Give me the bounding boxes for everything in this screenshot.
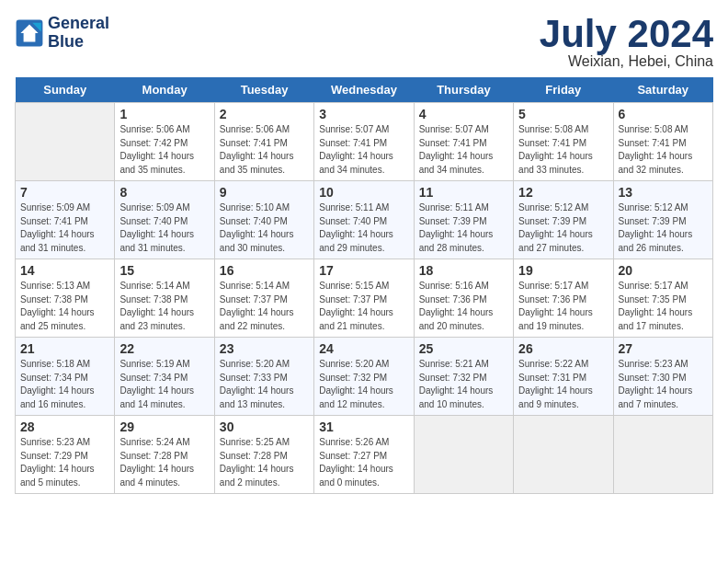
day-info: Sunrise: 5:13 AMSunset: 7:38 PMDaylight:… [20,280,109,333]
calendar-week-2: 7Sunrise: 5:09 AMSunset: 7:41 PMDaylight… [16,181,713,259]
calendar-week-3: 14Sunrise: 5:13 AMSunset: 7:38 PMDayligh… [16,259,713,338]
calendar-title: July 2024 [540,15,713,53]
day-number: 7 [20,185,109,200]
calendar-cell: 29Sunrise: 5:24 AMSunset: 7:28 PMDayligh… [115,416,214,494]
calendar-cell: 24Sunrise: 5:20 AMSunset: 7:32 PMDayligh… [314,338,414,416]
day-number: 13 [619,185,708,200]
day-info: Sunrise: 5:12 AMSunset: 7:39 PMDaylight:… [619,201,708,255]
day-info: Sunrise: 5:06 AMSunset: 7:41 PMDaylight:… [220,123,309,177]
day-info: Sunrise: 5:09 AMSunset: 7:40 PMDaylight:… [119,201,209,255]
calendar-cell: 25Sunrise: 5:21 AMSunset: 7:32 PMDayligh… [414,338,513,416]
calendar-cell: 8Sunrise: 5:09 AMSunset: 7:40 PMDaylight… [115,181,214,259]
day-number: 6 [619,107,708,121]
calendar-cell: 7Sunrise: 5:09 AMSunset: 7:41 PMDaylight… [16,181,115,259]
logo: General Blue [15,15,109,52]
calendar-cell: 2Sunrise: 5:06 AMSunset: 7:41 PMDaylight… [214,103,313,181]
day-info: Sunrise: 5:21 AMSunset: 7:32 PMDaylight:… [419,358,508,411]
calendar-cell: 18Sunrise: 5:16 AMSunset: 7:36 PMDayligh… [414,259,513,338]
calendar-cell: 15Sunrise: 5:14 AMSunset: 7:38 PMDayligh… [115,259,214,338]
header-day-monday: Monday [115,77,214,103]
calendar-cell [414,416,513,494]
calendar-header-row: SundayMondayTuesdayWednesdayThursdayFrid… [16,77,713,103]
header: General Blue July 2024 Weixian, Hebei, C… [15,15,713,70]
calendar-cell: 3Sunrise: 5:07 AMSunset: 7:41 PMDaylight… [314,103,414,181]
calendar-week-4: 21Sunrise: 5:18 AMSunset: 7:34 PMDayligh… [16,338,713,416]
calendar-cell: 12Sunrise: 5:12 AMSunset: 7:39 PMDayligh… [514,181,613,259]
day-info: Sunrise: 5:20 AMSunset: 7:32 PMDaylight:… [319,358,408,411]
day-info: Sunrise: 5:11 AMSunset: 7:39 PMDaylight:… [419,201,508,255]
day-number: 26 [518,341,608,356]
calendar-week-5: 28Sunrise: 5:23 AMSunset: 7:29 PMDayligh… [16,416,713,494]
day-number: 10 [319,185,408,200]
day-number: 22 [119,341,209,356]
day-info: Sunrise: 5:08 AMSunset: 7:41 PMDaylight:… [619,123,708,177]
day-info: Sunrise: 5:20 AMSunset: 7:33 PMDaylight:… [220,358,309,411]
day-number: 24 [319,341,408,356]
calendar-cell: 21Sunrise: 5:18 AMSunset: 7:34 PMDayligh… [16,338,115,416]
day-info: Sunrise: 5:22 AMSunset: 7:31 PMDaylight:… [518,358,608,411]
day-number: 29 [119,419,209,434]
day-info: Sunrise: 5:14 AMSunset: 7:37 PMDaylight:… [220,280,309,333]
day-number: 4 [419,107,508,121]
day-info: Sunrise: 5:18 AMSunset: 7:34 PMDaylight:… [20,358,109,411]
day-number: 19 [518,263,608,278]
calendar-cell: 17Sunrise: 5:15 AMSunset: 7:37 PMDayligh… [314,259,414,338]
header-day-sunday: Sunday [16,77,115,103]
day-info: Sunrise: 5:08 AMSunset: 7:41 PMDaylight:… [518,123,608,177]
calendar-cell: 5Sunrise: 5:08 AMSunset: 7:41 PMDaylight… [514,103,613,181]
day-number: 2 [220,107,309,121]
calendar-cell: 27Sunrise: 5:23 AMSunset: 7:30 PMDayligh… [613,338,712,416]
day-info: Sunrise: 5:23 AMSunset: 7:29 PMDaylight:… [20,436,109,489]
day-number: 30 [220,419,309,434]
day-info: Sunrise: 5:07 AMSunset: 7:41 PMDaylight:… [319,123,408,177]
day-number: 15 [119,263,209,278]
day-number: 28 [20,419,109,434]
header-day-thursday: Thursday [414,77,513,103]
day-number: 3 [319,107,408,121]
calendar-cell [613,416,712,494]
calendar-cell: 9Sunrise: 5:10 AMSunset: 7:40 PMDaylight… [214,181,313,259]
calendar-cell: 26Sunrise: 5:22 AMSunset: 7:31 PMDayligh… [514,338,613,416]
day-number: 21 [20,341,109,356]
calendar-cell: 13Sunrise: 5:12 AMSunset: 7:39 PMDayligh… [613,181,712,259]
calendar-cell: 23Sunrise: 5:20 AMSunset: 7:33 PMDayligh… [214,338,313,416]
calendar-cell: 10Sunrise: 5:11 AMSunset: 7:40 PMDayligh… [314,181,414,259]
day-info: Sunrise: 5:17 AMSunset: 7:36 PMDaylight:… [518,280,608,333]
day-number: 17 [319,263,408,278]
calendar-subtitle: Weixian, Hebei, China [540,53,713,70]
day-info: Sunrise: 5:12 AMSunset: 7:39 PMDaylight:… [518,201,608,255]
calendar-cell: 14Sunrise: 5:13 AMSunset: 7:38 PMDayligh… [16,259,115,338]
calendar-cell: 31Sunrise: 5:26 AMSunset: 7:27 PMDayligh… [314,416,414,494]
title-section: July 2024 Weixian, Hebei, China [540,15,713,70]
day-number: 8 [119,185,209,200]
logo-icon [15,18,44,48]
calendar-week-1: 1Sunrise: 5:06 AMSunset: 7:42 PMDaylight… [16,103,713,181]
day-info: Sunrise: 5:24 AMSunset: 7:28 PMDaylight:… [119,436,209,489]
header-day-tuesday: Tuesday [214,77,313,103]
day-number: 9 [220,185,309,200]
day-number: 25 [419,341,508,356]
day-number: 1 [119,107,209,121]
day-info: Sunrise: 5:25 AMSunset: 7:28 PMDaylight:… [220,436,309,489]
calendar-cell: 16Sunrise: 5:14 AMSunset: 7:37 PMDayligh… [214,259,313,338]
day-number: 20 [619,263,708,278]
day-number: 23 [220,341,309,356]
calendar-cell: 30Sunrise: 5:25 AMSunset: 7:28 PMDayligh… [214,416,313,494]
calendar-cell: 1Sunrise: 5:06 AMSunset: 7:42 PMDaylight… [115,103,214,181]
day-info: Sunrise: 5:14 AMSunset: 7:38 PMDaylight:… [119,280,209,333]
day-info: Sunrise: 5:17 AMSunset: 7:35 PMDaylight:… [619,280,708,333]
calendar-cell: 11Sunrise: 5:11 AMSunset: 7:39 PMDayligh… [414,181,513,259]
header-day-wednesday: Wednesday [314,77,414,103]
day-number: 5 [518,107,608,121]
day-info: Sunrise: 5:07 AMSunset: 7:41 PMDaylight:… [419,123,508,177]
calendar-cell: 22Sunrise: 5:19 AMSunset: 7:34 PMDayligh… [115,338,214,416]
day-info: Sunrise: 5:09 AMSunset: 7:41 PMDaylight:… [20,201,109,255]
day-info: Sunrise: 5:26 AMSunset: 7:27 PMDaylight:… [319,436,408,489]
day-number: 31 [319,419,408,434]
day-info: Sunrise: 5:23 AMSunset: 7:30 PMDaylight:… [619,358,708,411]
calendar-table: SundayMondayTuesdayWednesdayThursdayFrid… [15,77,713,494]
day-info: Sunrise: 5:06 AMSunset: 7:42 PMDaylight:… [119,123,209,177]
calendar-cell [16,103,115,181]
calendar-body: 1Sunrise: 5:06 AMSunset: 7:42 PMDaylight… [16,103,713,494]
calendar-cell: 4Sunrise: 5:07 AMSunset: 7:41 PMDaylight… [414,103,513,181]
